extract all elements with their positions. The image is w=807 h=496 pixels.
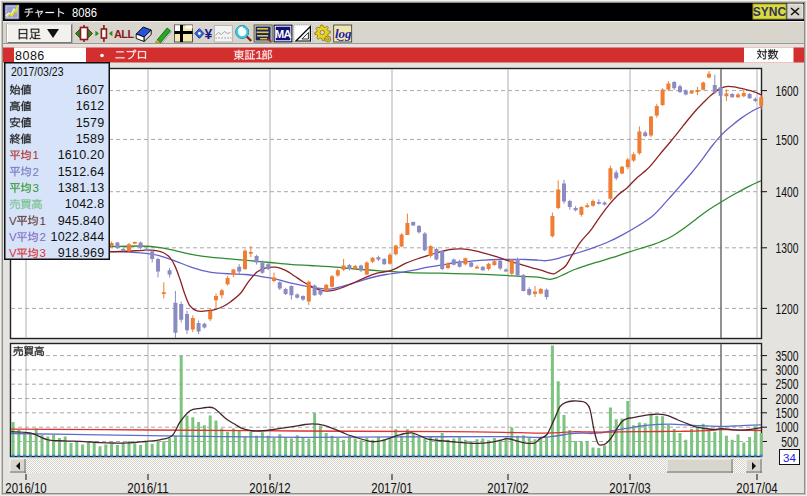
svg-text:ALL: ALL: [114, 28, 134, 40]
svg-text:¥: ¥: [204, 26, 212, 42]
svg-text:1612: 1612: [76, 99, 105, 113]
svg-text:V: V: [9, 215, 17, 227]
svg-text:945.840: 945.840: [58, 214, 105, 228]
svg-text:500: 500: [781, 434, 798, 450]
svg-text:1000: 1000: [776, 419, 799, 435]
svg-text:3500: 3500: [776, 348, 799, 364]
svg-text:2016/11: 2016/11: [127, 480, 169, 496]
svg-text:2016/10: 2016/10: [5, 480, 47, 496]
svg-text:MA: MA: [275, 28, 292, 40]
svg-text:SYNC: SYNC: [753, 5, 787, 19]
svg-text:1610.20: 1610.20: [58, 148, 105, 162]
svg-text:2000: 2000: [776, 391, 799, 407]
svg-text:1589: 1589: [76, 132, 105, 146]
svg-text:2017/02: 2017/02: [487, 480, 529, 496]
svg-text:2017/03: 2017/03: [609, 480, 651, 496]
svg-text:1: 1: [40, 215, 46, 227]
svg-text:1381.13: 1381.13: [58, 181, 105, 195]
svg-text:8086: 8086: [72, 5, 97, 20]
svg-text:1042.8: 1042.8: [65, 197, 104, 211]
svg-text:log: log: [335, 26, 352, 41]
svg-text:2017/01: 2017/01: [371, 480, 413, 496]
svg-text:2500: 2500: [776, 376, 799, 392]
svg-text:2016/12: 2016/12: [249, 480, 291, 496]
svg-text:34: 34: [783, 452, 796, 464]
svg-text:2017/03/23: 2017/03/23: [11, 65, 64, 79]
svg-text:1512.64: 1512.64: [58, 165, 105, 179]
svg-text:1200: 1200: [776, 301, 799, 317]
svg-text:8086: 8086: [15, 49, 45, 63]
svg-text:1607: 1607: [76, 83, 105, 97]
svg-text:1: 1: [33, 149, 39, 161]
svg-text:1300: 1300: [776, 240, 799, 256]
svg-text:V: V: [9, 231, 17, 243]
svg-text:1500: 1500: [776, 405, 799, 421]
svg-text:1600: 1600: [776, 83, 799, 99]
svg-text:2: 2: [33, 166, 39, 178]
svg-text:1500: 1500: [776, 132, 799, 148]
svg-text:V: V: [9, 247, 17, 259]
svg-text:3: 3: [40, 247, 46, 259]
svg-text:2017/04: 2017/04: [736, 480, 778, 496]
svg-text:918.969: 918.969: [58, 246, 105, 260]
svg-text:3: 3: [33, 182, 39, 194]
svg-text:2: 2: [40, 231, 46, 243]
svg-text:1579: 1579: [76, 116, 105, 130]
svg-text:1022.844: 1022.844: [51, 230, 105, 244]
svg-text:3000: 3000: [776, 362, 799, 378]
svg-text:1400: 1400: [776, 184, 799, 200]
